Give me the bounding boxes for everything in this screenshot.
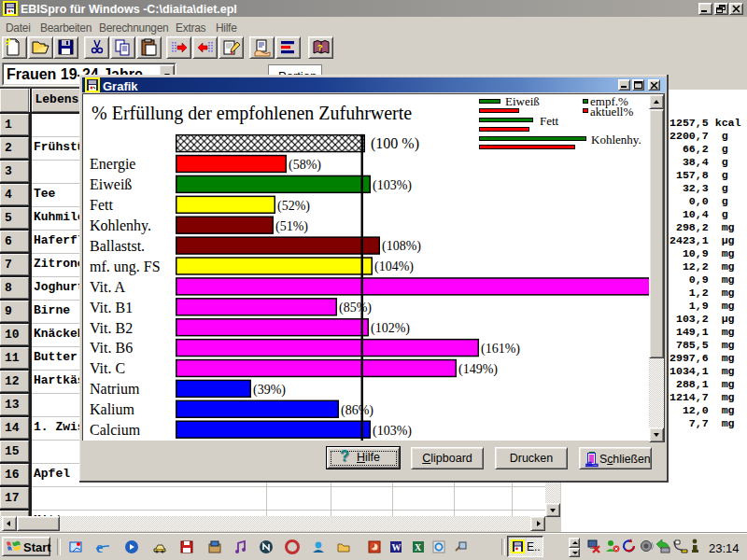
svg-text:X: X: [415, 542, 422, 553]
svg-text:?: ?: [317, 43, 323, 52]
svg-text:W: W: [391, 542, 401, 553]
